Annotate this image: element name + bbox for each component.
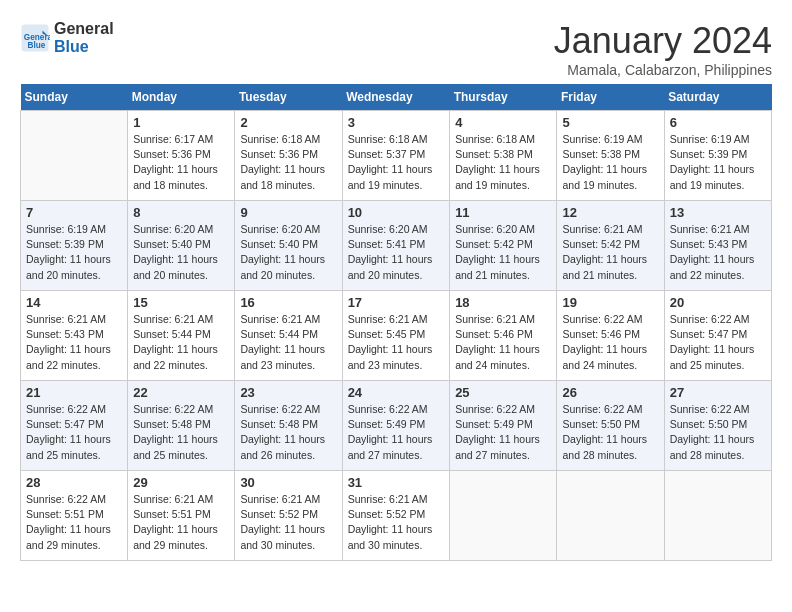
calendar-cell: 28Sunrise: 6:22 AM Sunset: 5:51 PM Dayli… [21, 471, 128, 561]
day-number: 19 [562, 295, 658, 310]
day-number: 14 [26, 295, 122, 310]
header-wednesday: Wednesday [342, 84, 450, 111]
day-info: Sunrise: 6:17 AM Sunset: 5:36 PM Dayligh… [133, 132, 229, 193]
calendar-title: January 2024 [554, 20, 772, 62]
day-info: Sunrise: 6:20 AM Sunset: 5:40 PM Dayligh… [133, 222, 229, 283]
calendar-cell: 5Sunrise: 6:19 AM Sunset: 5:38 PM Daylig… [557, 111, 664, 201]
calendar-table: SundayMondayTuesdayWednesdayThursdayFrid… [20, 84, 772, 561]
calendar-cell: 31Sunrise: 6:21 AM Sunset: 5:52 PM Dayli… [342, 471, 450, 561]
day-number: 15 [133, 295, 229, 310]
calendar-cell: 30Sunrise: 6:21 AM Sunset: 5:52 PM Dayli… [235, 471, 342, 561]
day-number: 21 [26, 385, 122, 400]
week-row-5: 28Sunrise: 6:22 AM Sunset: 5:51 PM Dayli… [21, 471, 772, 561]
day-info: Sunrise: 6:22 AM Sunset: 5:49 PM Dayligh… [455, 402, 551, 463]
day-number: 22 [133, 385, 229, 400]
day-info: Sunrise: 6:22 AM Sunset: 5:51 PM Dayligh… [26, 492, 122, 553]
day-info: Sunrise: 6:18 AM Sunset: 5:37 PM Dayligh… [348, 132, 445, 193]
header-saturday: Saturday [664, 84, 771, 111]
day-number: 8 [133, 205, 229, 220]
day-info: Sunrise: 6:22 AM Sunset: 5:50 PM Dayligh… [562, 402, 658, 463]
day-number: 26 [562, 385, 658, 400]
day-info: Sunrise: 6:20 AM Sunset: 5:42 PM Dayligh… [455, 222, 551, 283]
day-number: 17 [348, 295, 445, 310]
day-number: 18 [455, 295, 551, 310]
day-number: 28 [26, 475, 122, 490]
day-number: 5 [562, 115, 658, 130]
day-number: 20 [670, 295, 766, 310]
day-info: Sunrise: 6:21 AM Sunset: 5:52 PM Dayligh… [240, 492, 336, 553]
header-sunday: Sunday [21, 84, 128, 111]
calendar-cell: 21Sunrise: 6:22 AM Sunset: 5:47 PM Dayli… [21, 381, 128, 471]
day-number: 30 [240, 475, 336, 490]
day-number: 29 [133, 475, 229, 490]
day-info: Sunrise: 6:21 AM Sunset: 5:44 PM Dayligh… [133, 312, 229, 373]
calendar-cell: 29Sunrise: 6:21 AM Sunset: 5:51 PM Dayli… [128, 471, 235, 561]
logo-icon: General Blue [20, 23, 50, 53]
calendar-cell: 7Sunrise: 6:19 AM Sunset: 5:39 PM Daylig… [21, 201, 128, 291]
calendar-cell: 14Sunrise: 6:21 AM Sunset: 5:43 PM Dayli… [21, 291, 128, 381]
day-number: 16 [240, 295, 336, 310]
day-number: 9 [240, 205, 336, 220]
header-tuesday: Tuesday [235, 84, 342, 111]
day-info: Sunrise: 6:22 AM Sunset: 5:47 PM Dayligh… [26, 402, 122, 463]
day-number: 13 [670, 205, 766, 220]
header-thursday: Thursday [450, 84, 557, 111]
day-info: Sunrise: 6:22 AM Sunset: 5:48 PM Dayligh… [240, 402, 336, 463]
day-info: Sunrise: 6:19 AM Sunset: 5:39 PM Dayligh… [26, 222, 122, 283]
calendar-cell: 1Sunrise: 6:17 AM Sunset: 5:36 PM Daylig… [128, 111, 235, 201]
day-number: 31 [348, 475, 445, 490]
header-monday: Monday [128, 84, 235, 111]
week-row-1: 1Sunrise: 6:17 AM Sunset: 5:36 PM Daylig… [21, 111, 772, 201]
calendar-cell: 18Sunrise: 6:21 AM Sunset: 5:46 PM Dayli… [450, 291, 557, 381]
calendar-cell [664, 471, 771, 561]
logo-text-line2: Blue [54, 38, 114, 56]
calendar-cell [557, 471, 664, 561]
calendar-cell: 16Sunrise: 6:21 AM Sunset: 5:44 PM Dayli… [235, 291, 342, 381]
calendar-cell: 3Sunrise: 6:18 AM Sunset: 5:37 PM Daylig… [342, 111, 450, 201]
logo-text-line1: General [54, 20, 114, 38]
day-info: Sunrise: 6:18 AM Sunset: 5:36 PM Dayligh… [240, 132, 336, 193]
day-number: 1 [133, 115, 229, 130]
week-row-3: 14Sunrise: 6:21 AM Sunset: 5:43 PM Dayli… [21, 291, 772, 381]
day-number: 6 [670, 115, 766, 130]
week-row-4: 21Sunrise: 6:22 AM Sunset: 5:47 PM Dayli… [21, 381, 772, 471]
calendar-cell: 26Sunrise: 6:22 AM Sunset: 5:50 PM Dayli… [557, 381, 664, 471]
calendar-cell: 22Sunrise: 6:22 AM Sunset: 5:48 PM Dayli… [128, 381, 235, 471]
calendar-cell: 10Sunrise: 6:20 AM Sunset: 5:41 PM Dayli… [342, 201, 450, 291]
day-info: Sunrise: 6:19 AM Sunset: 5:39 PM Dayligh… [670, 132, 766, 193]
calendar-cell [450, 471, 557, 561]
day-number: 27 [670, 385, 766, 400]
week-row-2: 7Sunrise: 6:19 AM Sunset: 5:39 PM Daylig… [21, 201, 772, 291]
calendar-cell: 2Sunrise: 6:18 AM Sunset: 5:36 PM Daylig… [235, 111, 342, 201]
calendar-cell: 6Sunrise: 6:19 AM Sunset: 5:39 PM Daylig… [664, 111, 771, 201]
calendar-cell [21, 111, 128, 201]
day-info: Sunrise: 6:21 AM Sunset: 5:42 PM Dayligh… [562, 222, 658, 283]
day-info: Sunrise: 6:19 AM Sunset: 5:38 PM Dayligh… [562, 132, 658, 193]
calendar-cell: 12Sunrise: 6:21 AM Sunset: 5:42 PM Dayli… [557, 201, 664, 291]
day-info: Sunrise: 6:22 AM Sunset: 5:50 PM Dayligh… [670, 402, 766, 463]
day-info: Sunrise: 6:22 AM Sunset: 5:48 PM Dayligh… [133, 402, 229, 463]
day-info: Sunrise: 6:22 AM Sunset: 5:49 PM Dayligh… [348, 402, 445, 463]
calendar-cell: 4Sunrise: 6:18 AM Sunset: 5:38 PM Daylig… [450, 111, 557, 201]
day-info: Sunrise: 6:20 AM Sunset: 5:40 PM Dayligh… [240, 222, 336, 283]
day-number: 3 [348, 115, 445, 130]
calendar-cell: 19Sunrise: 6:22 AM Sunset: 5:46 PM Dayli… [557, 291, 664, 381]
day-number: 24 [348, 385, 445, 400]
day-number: 23 [240, 385, 336, 400]
day-number: 4 [455, 115, 551, 130]
calendar-cell: 11Sunrise: 6:20 AM Sunset: 5:42 PM Dayli… [450, 201, 557, 291]
logo: General Blue General Blue [20, 20, 114, 56]
day-info: Sunrise: 6:21 AM Sunset: 5:46 PM Dayligh… [455, 312, 551, 373]
calendar-cell: 27Sunrise: 6:22 AM Sunset: 5:50 PM Dayli… [664, 381, 771, 471]
svg-text:Blue: Blue [28, 41, 46, 50]
calendar-cell: 13Sunrise: 6:21 AM Sunset: 5:43 PM Dayli… [664, 201, 771, 291]
header-friday: Friday [557, 84, 664, 111]
day-info: Sunrise: 6:20 AM Sunset: 5:41 PM Dayligh… [348, 222, 445, 283]
calendar-cell: 8Sunrise: 6:20 AM Sunset: 5:40 PM Daylig… [128, 201, 235, 291]
day-number: 10 [348, 205, 445, 220]
day-info: Sunrise: 6:22 AM Sunset: 5:46 PM Dayligh… [562, 312, 658, 373]
calendar-cell: 24Sunrise: 6:22 AM Sunset: 5:49 PM Dayli… [342, 381, 450, 471]
day-info: Sunrise: 6:21 AM Sunset: 5:51 PM Dayligh… [133, 492, 229, 553]
calendar-cell: 15Sunrise: 6:21 AM Sunset: 5:44 PM Dayli… [128, 291, 235, 381]
calendar-subtitle: Mamala, Calabarzon, Philippines [554, 62, 772, 78]
